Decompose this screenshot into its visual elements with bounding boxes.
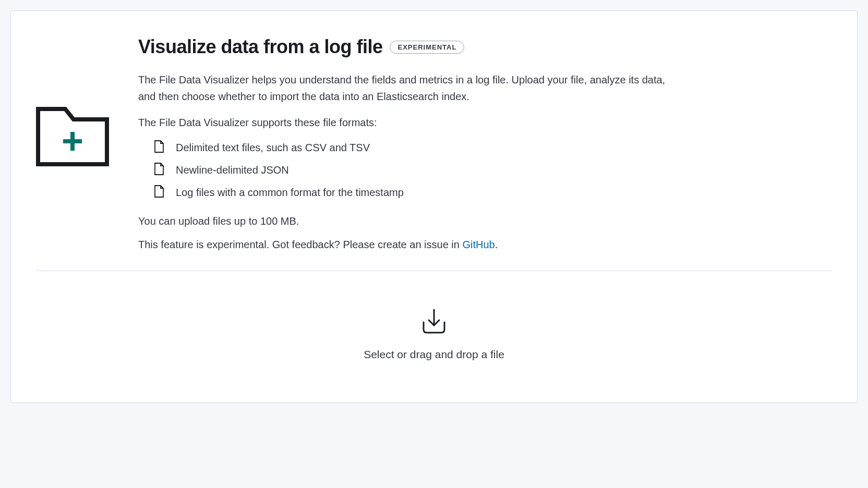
description-text: The File Data Visualizer helps you under… xyxy=(138,71,681,105)
formats-intro-text: The File Data Visualizer supports these … xyxy=(138,114,681,131)
file-icon xyxy=(154,140,164,155)
feedback-text: This feature is experimental. Got feedba… xyxy=(138,239,681,251)
format-label: Newline-delimited JSON xyxy=(176,164,289,176)
format-item: Log files with a common format for the t… xyxy=(154,185,681,200)
file-icon xyxy=(154,163,164,178)
feedback-suffix: . xyxy=(495,239,498,250)
dropzone-label: Select or drag and drop a file xyxy=(36,348,832,361)
file-icon xyxy=(154,185,164,200)
format-item: Delimited text files, such as CSV and TS… xyxy=(154,140,681,155)
add-folder-icon xyxy=(36,104,109,166)
divider xyxy=(36,271,832,271)
feedback-prefix: This feature is experimental. Got feedba… xyxy=(138,239,462,250)
file-data-visualizer-panel: Visualize data from a log file EXPERIMEN… xyxy=(10,10,858,403)
github-link[interactable]: GitHub xyxy=(462,239,495,250)
format-label: Log files with a common format for the t… xyxy=(176,187,404,199)
format-item: Newline-delimited JSON xyxy=(154,163,681,178)
header-section: Visualize data from a log file EXPERIMEN… xyxy=(36,36,832,251)
supported-formats-list: Delimited text files, such as CSV and TS… xyxy=(138,140,681,200)
format-label: Delimited text files, such as CSV and TS… xyxy=(176,142,370,154)
icon-column xyxy=(36,36,109,166)
upload-limit-text: You can upload files up to 100 MB. xyxy=(138,213,681,229)
experimental-badge: EXPERIMENTAL xyxy=(390,41,464,54)
import-icon xyxy=(419,330,449,338)
title-row: Visualize data from a log file EXPERIMEN… xyxy=(138,36,681,58)
file-dropzone[interactable]: Select or drag and drop a file xyxy=(36,308,832,361)
content-column: Visualize data from a log file EXPERIMEN… xyxy=(138,36,681,251)
page-title: Visualize data from a log file xyxy=(138,36,382,58)
